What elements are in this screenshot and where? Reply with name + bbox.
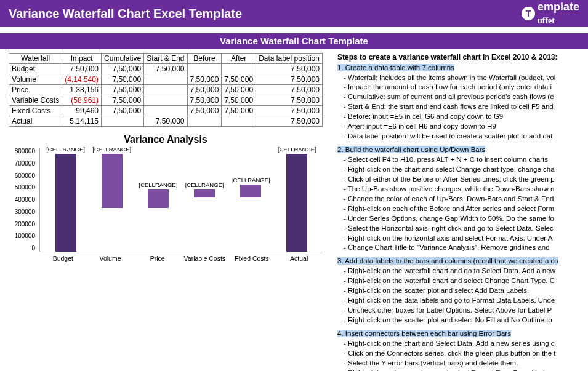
table-cell: Variable Costs bbox=[9, 95, 62, 106]
table-cell: 7,50,000 bbox=[256, 85, 323, 95]
table-cell: Fixed Costs bbox=[9, 106, 62, 116]
table-row: Volume(4,14,540)7,50,0007,50,0007,50,000… bbox=[9, 74, 323, 85]
instruction-line: - Right-click on the chart and Select Da… bbox=[337, 339, 579, 348]
table-cell: 7,50,000 bbox=[222, 85, 256, 95]
data-label: [CELLRANGE] bbox=[232, 177, 270, 183]
bar-group: [CELLRANGE] bbox=[274, 148, 320, 252]
y-tick: 300000 bbox=[9, 209, 35, 215]
subheader: Variance Waterfall Chart Template bbox=[0, 33, 588, 49]
instruction-line: - Click on the Connectors series, click … bbox=[337, 349, 579, 358]
table-cell: (58,961) bbox=[62, 95, 102, 106]
instruction-line: - Right-click on the waterfall chart and… bbox=[337, 276, 579, 285]
table-cell: 7,50,000 bbox=[102, 64, 144, 74]
bar bbox=[194, 189, 215, 197]
table-cell: 7,50,000 bbox=[187, 106, 222, 116]
y-tick: 700000 bbox=[9, 160, 35, 167]
y-tick: 0 bbox=[9, 245, 35, 252]
y-tick: 600000 bbox=[9, 172, 35, 179]
table-cell: 7,50,000 bbox=[62, 64, 102, 74]
instruction-line: - Select cell F4 to H10, press ALT + N +… bbox=[337, 155, 579, 164]
table-cell bbox=[144, 95, 187, 106]
table-cell bbox=[187, 116, 222, 127]
table-row: Fixed Costs99,4607,50,0007,50,0007,50,00… bbox=[9, 106, 323, 116]
instruction-line: - Change Chart Title to "Variance Analys… bbox=[337, 243, 579, 252]
bar bbox=[240, 185, 261, 197]
table-cell: 7,50,000 bbox=[256, 74, 323, 85]
table-row: Price1,38,1567,50,0007,50,0007,50,0007,5… bbox=[9, 85, 323, 95]
instruction-line: - Right-click on the scatter plot and se… bbox=[337, 286, 579, 295]
instruction-line: - Before: input =E5 in cell G6 and copy … bbox=[337, 112, 579, 121]
instruction-line: - Data label position: will be used to c… bbox=[337, 132, 579, 141]
table-header: Start & End bbox=[144, 54, 187, 64]
table-cell: 7,50,000 bbox=[256, 116, 323, 127]
table-cell bbox=[222, 116, 256, 127]
page-title: Variance Waterfall Chart Excel Template bbox=[9, 7, 242, 21]
table-cell: 5,14,115 bbox=[62, 116, 102, 127]
table-cell: 7,50,000 bbox=[187, 74, 222, 85]
data-label: [CELLRANGE] bbox=[185, 182, 224, 188]
instruction-line: - Right-click on the error bars and sele… bbox=[337, 369, 579, 371]
y-tick: 100000 bbox=[9, 233, 35, 239]
table-row: Budget7,50,0007,50,0007,50,0007,50,000 bbox=[9, 64, 323, 74]
instruction-line: - Right-click on the scatter plot and se… bbox=[337, 316, 579, 325]
instruction-line: - Right-click on the horizontal axis and… bbox=[337, 234, 579, 243]
table-cell: 7,50,000 bbox=[102, 85, 144, 95]
x-tick: Fixed Costs bbox=[228, 255, 276, 262]
instruction-line: - The Up-Bars show positive changes, whi… bbox=[337, 185, 579, 194]
table-header: Impact bbox=[62, 54, 102, 64]
table-row: Variable Costs(58,961)7,50,0007,50,0007,… bbox=[9, 95, 323, 106]
bar-group: [CELLRANGE] bbox=[42, 148, 89, 252]
chart-title: Variance Analysis bbox=[9, 134, 323, 145]
instruction-line: - Right-click on the chart and select Ch… bbox=[337, 165, 579, 174]
step3-heading: 3. Add data labels to the bars and colum… bbox=[337, 257, 558, 265]
table-header: Waterfall bbox=[9, 54, 62, 64]
instruction-line: - Impact: the amount of cash flow for ea… bbox=[337, 82, 579, 92]
x-tick: Budget bbox=[39, 255, 87, 262]
data-label: [CELLRANGE] bbox=[278, 146, 316, 153]
table-cell bbox=[222, 64, 256, 74]
instruction-line: - Change the color of each of Up-Bars, D… bbox=[337, 194, 579, 204]
instruction-line: - Right-click on each of the Before and … bbox=[337, 204, 579, 213]
table-cell: 7,50,000 bbox=[187, 95, 222, 106]
instruction-line: - Select the Horizontal axis, right-clic… bbox=[337, 224, 579, 233]
instruction-line: - Waterfall: includes all the items show… bbox=[337, 73, 579, 82]
table-cell: 7,50,000 bbox=[102, 74, 144, 85]
logo-text-1: emplate bbox=[538, 1, 579, 13]
y-tick: 500000 bbox=[9, 184, 35, 191]
table-row: Actual5,14,1157,50,0007,50,000 bbox=[9, 116, 323, 127]
table-cell bbox=[144, 85, 187, 95]
data-table: WaterfallImpactCumulativeStart & EndBefo… bbox=[9, 53, 323, 127]
y-tick: 800000 bbox=[9, 148, 35, 154]
instruction-line: - Right-click on the data labels and go … bbox=[337, 296, 579, 305]
y-tick: 200000 bbox=[9, 221, 35, 228]
instruction-line: - After: input =E6 in cell H6 and copy d… bbox=[337, 122, 579, 131]
logo-icon: T bbox=[522, 7, 535, 20]
data-label: [CELLRANGE] bbox=[92, 146, 131, 153]
step1-heading: 1. Create a data table with 7 columns bbox=[337, 64, 454, 71]
x-tick: Volume bbox=[87, 255, 134, 262]
bar bbox=[102, 154, 123, 208]
header-bar: Variance Waterfall Chart Excel Template … bbox=[0, 0, 588, 27]
table-cell: 7,50,000 bbox=[187, 85, 222, 95]
table-cell: 7,50,000 bbox=[256, 106, 323, 116]
instruction-line: - Click of either of the Before or After… bbox=[337, 175, 579, 184]
table-cell: 7,50,000 bbox=[222, 74, 256, 85]
table-cell: 7,50,000 bbox=[144, 64, 187, 74]
table-header: Data label position bbox=[256, 54, 323, 64]
instruction-line: - Cumulative: sum of current and all pre… bbox=[337, 92, 579, 102]
step4-heading: 4. Insert connectors between each bar us… bbox=[337, 330, 511, 337]
instruction-line: - Uncheck other boxes for Label Options.… bbox=[337, 306, 579, 315]
table-cell bbox=[187, 64, 222, 74]
table-cell: 1,38,156 bbox=[62, 85, 102, 95]
waterfall-chart: 8000007000006000005000004000003000002000… bbox=[39, 148, 323, 252]
instruction-line: - Right-click on the waterfall chart and… bbox=[337, 266, 579, 276]
table-cell: 99,460 bbox=[62, 106, 102, 116]
instructions-panel: Steps to create a variance waterfall cha… bbox=[337, 53, 579, 371]
bar-group: [CELLRANGE] bbox=[228, 148, 274, 252]
table-cell: (4,14,540) bbox=[62, 74, 102, 85]
chart-container: Variance Analysis 8000007000006000005000… bbox=[9, 134, 323, 262]
instruction-line: - Under Series Options, change Gap Width… bbox=[337, 214, 579, 223]
y-tick: 400000 bbox=[9, 196, 35, 203]
table-header: Cumulative bbox=[102, 54, 144, 64]
step2-heading: 2. Build the waterfall chart using Up/Do… bbox=[337, 146, 485, 153]
